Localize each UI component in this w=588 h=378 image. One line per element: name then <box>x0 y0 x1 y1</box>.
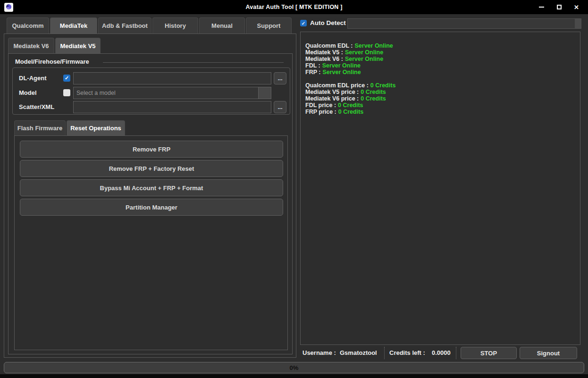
dl-agent-row: DL-Agent ✓ ... <box>13 72 290 84</box>
stop-button[interactable]: STOP <box>461 347 517 359</box>
model-checkbox[interactable] <box>63 89 70 96</box>
maximize-icon <box>557 5 562 9</box>
window-title: Avatar Auth Tool [ MTK EDITION ] <box>0 4 588 10</box>
tab-menual[interactable]: Menual <box>199 17 245 34</box>
close-icon: ✕ <box>574 4 579 11</box>
model-row: Model <box>13 87 290 99</box>
model-combobox[interactable] <box>73 87 271 99</box>
server-status-log: Qualcomm EDL :Server Online Mediatek V5 … <box>300 32 580 345</box>
mediatek-page-panel: Mediatek V6 Mediatek V5 Model/Firehose/F… <box>4 34 296 358</box>
device-combobox[interactable] <box>347 18 581 29</box>
log-line: Mediatek V6 :Server Online <box>305 56 575 62</box>
remove-frp-button[interactable]: Remove FRP <box>20 141 283 158</box>
operations-tab-bar: Flash Firmware Reset Operations <box>14 120 125 135</box>
log-line: FDL :Server Online <box>305 62 575 69</box>
tab-reset-operations[interactable]: Reset Operations <box>67 120 125 135</box>
model-firehose-firmware-group-title: Model/Firehose/Firmware <box>15 58 89 65</box>
minimize-button[interactable] <box>533 0 550 14</box>
dl-agent-checkbox[interactable]: ✓ <box>63 75 70 82</box>
log-line: FRP price :0 Credits <box>305 109 575 115</box>
scatter-xml-input[interactable] <box>73 101 271 113</box>
tab-history[interactable]: History <box>152 17 198 34</box>
log-line: Mediatek V5 price :0 Credits <box>305 89 575 95</box>
credits-label: Credits left : <box>389 349 425 356</box>
tab-adb-fastboot[interactable]: Adb & Fastboot <box>98 17 151 34</box>
log-line: Mediatek V6 price :0 Credits <box>305 95 575 102</box>
log-line: FDL price :0 Credits <box>305 102 575 109</box>
mediatek-v5-panel: Model/Firehose/Firmware DL-Agent ✓ ... M… <box>8 53 293 354</box>
maximize-button[interactable] <box>550 0 568 14</box>
partition-manager-button[interactable]: Partition Manager <box>20 199 283 216</box>
dl-agent-label: DL-Agent <box>19 75 47 82</box>
progress-percentage: 0% <box>290 364 299 371</box>
tab-qualcomm[interactable]: Qualcomm <box>7 17 49 34</box>
model-combobox-dropdown[interactable] <box>258 87 271 99</box>
signout-button[interactable]: Signout <box>520 347 577 359</box>
log-line: FRP :Server Online <box>305 69 575 76</box>
main-surface: Qualcomm MediaTek Adb & Fastboot History… <box>0 14 588 374</box>
scatter-xml-label: Scatter/XML <box>19 103 54 110</box>
bypass-mi-account-button[interactable]: Bypass Mi Account + FRP + Format <box>20 179 283 196</box>
credits-value: 0.0000 <box>432 349 451 356</box>
main-tab-bar: Qualcomm MediaTek Adb & Fastboot History… <box>7 17 292 34</box>
model-label: Model <box>19 89 37 96</box>
tab-mediatek-v6[interactable]: Mediatek V6 <box>8 38 54 53</box>
scatter-xml-browse-button[interactable]: ... <box>274 101 286 113</box>
log-line: Mediatek V5 :Server Online <box>305 49 575 56</box>
group-title-line <box>103 62 284 63</box>
dl-agent-input[interactable] <box>73 72 271 84</box>
auto-detect-label: Auto Detect <box>310 19 346 26</box>
device-combobox-dropdown[interactable] <box>575 19 581 28</box>
scatter-xml-row: Scatter/XML ... <box>13 101 290 113</box>
footer-separator <box>456 347 456 359</box>
titlebar: Avatar Auth Tool [ MTK EDITION ] ✕ <box>0 0 588 14</box>
reset-operations-panel: Remove FRP Remove FRP + Factory Reset By… <box>14 135 288 350</box>
model-firehose-firmware-group: DL-Agent ✓ ... Model Scatter/XML ... <box>12 67 290 115</box>
dl-agent-browse-button[interactable]: ... <box>274 72 286 84</box>
tab-mediatek-v5[interactable]: Mediatek V5 <box>55 38 101 53</box>
account-footer: Username : Gsmatoztool Credits left : 0.… <box>300 347 580 359</box>
log-line: Qualcomm EDL :Server Online <box>305 42 575 49</box>
tab-mediatek[interactable]: MediaTek <box>50 17 97 34</box>
minimize-icon <box>539 7 544 8</box>
close-button[interactable]: ✕ <box>568 0 585 14</box>
log-line: Qualcomm EDL price :0 Credits <box>305 82 575 89</box>
username-label: Username : <box>302 349 336 356</box>
window-controls: ✕ <box>533 0 585 14</box>
username-value: Gsmatoztool <box>340 349 377 356</box>
log-blank-line <box>305 76 575 82</box>
progress-bar: 0% <box>4 362 584 373</box>
mediatek-version-tab-bar: Mediatek V6 Mediatek V5 <box>8 38 101 53</box>
remove-frp-factory-reset-button[interactable]: Remove FRP + Factory Reset <box>20 160 283 177</box>
auto-detect-checkbox[interactable]: ✓ <box>300 20 307 26</box>
tab-support[interactable]: Support <box>246 17 292 34</box>
tab-flash-firmware[interactable]: Flash Firmware <box>14 120 66 135</box>
footer-separator <box>384 347 385 359</box>
